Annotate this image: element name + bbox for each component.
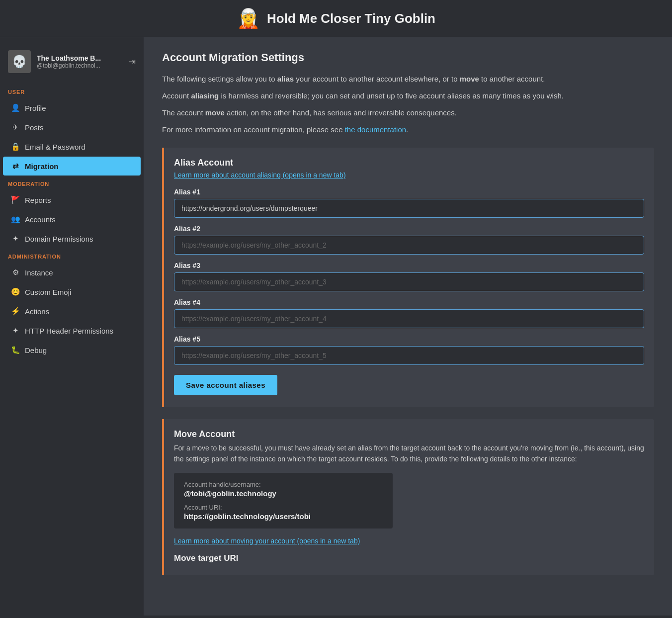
sidebar-item-accounts[interactable]: 👥 Accounts [3, 210, 141, 229]
sidebar-section-administration: ADMINISTRATION [0, 249, 144, 263]
account-uri-row: Account URI: https://goblin.technology/u… [184, 504, 383, 521]
user-profile: 💀 The Loathsome B... @tobi@goblin.techno… [0, 45, 144, 78]
alias-4-label: Alias #4 [174, 298, 644, 306]
alias-1-label: Alias #1 [174, 188, 644, 196]
sidebar-label-posts: Posts [25, 123, 44, 132]
move-description: For a move to be successful, you must ha… [174, 442, 644, 465]
account-handle-label: Account handle/username: [184, 481, 383, 488]
sidebar-item-domain-permissions[interactable]: ✦ Domain Permissions [3, 229, 141, 248]
goblin-icon: 🧝 [237, 9, 260, 28]
sidebar-label-domain-permissions: Domain Permissions [25, 235, 93, 243]
alias-account-section: Alias Account Learn more about account a… [162, 148, 654, 407]
sidebar-item-profile[interactable]: 👤 Profile [3, 98, 141, 117]
sidebar-item-http-header[interactable]: ✦ HTTP Header Permissions [3, 321, 141, 340]
sidebar-item-migration[interactable]: ⇄ Migration [3, 157, 141, 176]
sidebar-item-reports[interactable]: 🚩 Reports [3, 190, 141, 209]
sidebar-section-moderation: MODERATION [0, 176, 144, 190]
instance-icon: ⚙ [11, 268, 20, 277]
sidebar-label-profile: Profile [25, 104, 46, 112]
sidebar-label-instance: Instance [25, 268, 53, 277]
documentation-link[interactable]: the documentation [345, 125, 406, 134]
sidebar-label-custom-emoji: Custom Emoji [25, 288, 71, 296]
account-handle-value: @tobi@goblin.technology [184, 489, 383, 498]
save-aliases-button[interactable]: Save account aliases [174, 375, 277, 395]
sidebar-label-migration: Migration [25, 162, 59, 171]
sidebar-item-custom-emoji[interactable]: 😊 Custom Emoji [3, 282, 141, 301]
description-4: For more information on account migratio… [162, 124, 654, 136]
actions-icon: ⚡ [11, 307, 20, 316]
avatar: 💀 [8, 50, 31, 73]
alias-5-label: Alias #5 [174, 335, 644, 343]
alias-5-input[interactable] [174, 346, 644, 365]
alias-2-label: Alias #2 [174, 225, 644, 233]
move-target-label: Move target URI [174, 553, 644, 563]
main-content: Account Migration Settings The following… [144, 37, 672, 616]
reports-icon: 🚩 [11, 195, 20, 204]
sidebar-item-email-password[interactable]: 🔒 Email & Password [3, 137, 141, 156]
accounts-icon: 👥 [11, 215, 20, 224]
sidebar-label-accounts: Accounts [25, 215, 56, 224]
move-account-section: Move Account For a move to be successful… [162, 419, 654, 575]
sidebar-label-debug: Debug [25, 346, 47, 354]
alias-3-label: Alias #3 [174, 262, 644, 269]
top-header: 🧝 Hold Me Closer Tiny Goblin [0, 0, 672, 37]
domain-icon: ✦ [11, 234, 20, 243]
sidebar-label-email-password: Email & Password [25, 143, 85, 151]
user-display-name: The Loathsome B... [37, 54, 122, 62]
sidebar-item-posts[interactable]: ✈ Posts [3, 118, 141, 137]
logout-icon[interactable]: ⇥ [128, 56, 136, 67]
move-section-title: Move Account [174, 429, 644, 440]
alias-3-input[interactable] [174, 272, 644, 291]
http-icon: ✦ [11, 326, 20, 335]
sidebar-item-instance[interactable]: ⚙ Instance [3, 263, 141, 282]
alias-1-input[interactable] [174, 199, 644, 218]
description-3: The account move action, on the other ha… [162, 107, 654, 119]
sidebar-label-http-header: HTTP Header Permissions [25, 327, 113, 335]
alias-2-input[interactable] [174, 236, 644, 255]
user-handle: @tobi@goblin.technol... [37, 62, 122, 69]
alias-learn-more-link[interactable]: Learn more about account aliasing (opens… [174, 171, 644, 179]
profile-icon: 👤 [11, 103, 20, 112]
description-1: The following settings allow you to alia… [162, 73, 654, 85]
account-uri-value: https://goblin.technology/users/tobi [184, 512, 383, 521]
lock-icon: 🔒 [11, 142, 20, 151]
posts-icon: ✈ [11, 123, 20, 132]
sidebar: 💀 The Loathsome B... @tobi@goblin.techno… [0, 37, 144, 616]
description-2: Account aliasing is harmless and reversi… [162, 90, 654, 102]
alias-4-input[interactable] [174, 309, 644, 328]
sidebar-item-actions[interactable]: ⚡ Actions [3, 302, 141, 321]
sidebar-label-actions: Actions [25, 307, 49, 316]
app-title: Hold Me Closer Tiny Goblin [267, 11, 435, 26]
sidebar-item-debug[interactable]: 🐛 Debug [3, 341, 141, 359]
account-handle-row: Account handle/username: @tobi@goblin.te… [184, 481, 383, 498]
account-info-box: Account handle/username: @tobi@goblin.te… [174, 473, 393, 529]
debug-icon: 🐛 [11, 346, 20, 354]
migration-icon: ⇄ [11, 162, 20, 171]
sidebar-label-reports: Reports [25, 196, 51, 204]
move-learn-more-link[interactable]: Learn more about moving your account (op… [174, 537, 360, 545]
alias-section-title: Alias Account [174, 158, 644, 168]
page-title: Account Migration Settings [162, 51, 654, 64]
account-uri-label: Account URI: [184, 504, 383, 511]
sidebar-section-user: USER [0, 84, 144, 98]
emoji-icon: 😊 [11, 287, 20, 296]
